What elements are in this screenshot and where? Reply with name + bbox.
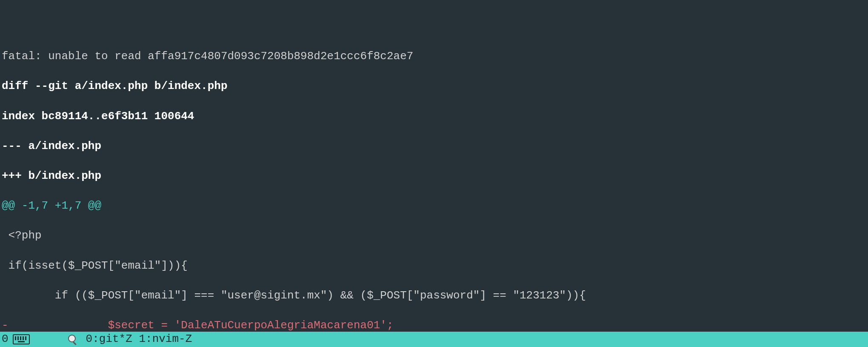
diff-header-line: diff --git a/index.php b/index.php <box>2 79 868 94</box>
context-line: if(isset($_POST["email"])){ <box>2 258 868 273</box>
fatal-error-line: fatal: unable to read affa917c4807d093c7… <box>2 49 868 64</box>
minus-file-line: --- a/index.php <box>2 139 868 154</box>
terminal-output: fatal: unable to read affa917c4807d093c7… <box>0 0 868 347</box>
keyboard-icon <box>13 334 30 344</box>
magnify-icon <box>68 335 77 344</box>
session-number: 0 <box>2 332 9 347</box>
context-line: if (($_POST["email"] === "user@sigint.mx… <box>2 288 868 303</box>
plus-file-line: +++ b/index.php <box>2 169 868 184</box>
tmux-status-bar[interactable]: 0 0:git*Z 1:nvim-Z <box>0 332 868 347</box>
context-line: <?php <box>2 228 868 243</box>
hunk-header-line: @@ -1,7 +1,7 @@ <box>2 198 868 213</box>
window-list[interactable]: 0:git*Z 1:nvim-Z <box>86 332 192 347</box>
index-line: index bc89114..e6f3b11 100644 <box>2 109 868 124</box>
removed-line: - $secret = 'DaleATuCuerpoAlegriaMacaren… <box>2 318 868 333</box>
